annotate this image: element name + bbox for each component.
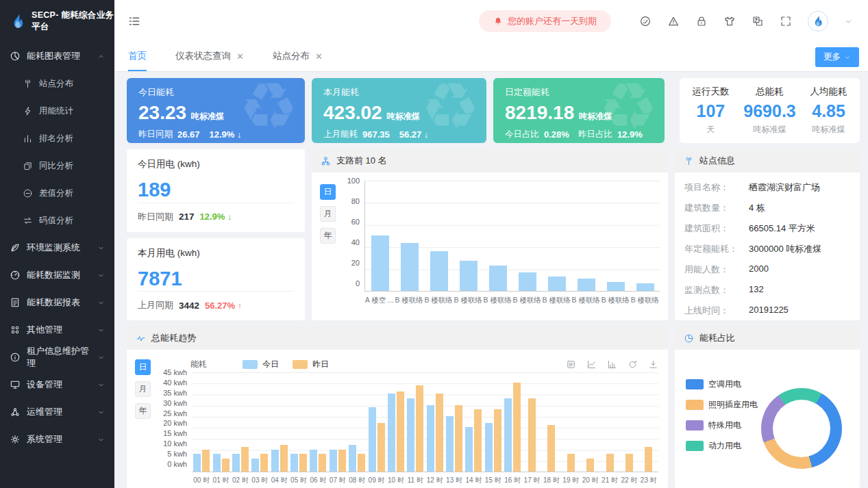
sidebar-group-2[interactable]: 能耗数据监测 [0, 261, 114, 289]
toolbox-barchart-icon[interactable] [607, 359, 617, 370]
bar [519, 272, 536, 292]
palette-icon[interactable] [639, 15, 652, 27]
sidebar-group-5[interactable]: 租户信息维护管理 [0, 344, 114, 371]
legend-item[interactable]: 空调用电 [686, 378, 758, 390]
toolbox-dataview-icon[interactable] [566, 359, 576, 370]
menu-unfold-icon[interactable] [127, 14, 141, 28]
bar [489, 266, 507, 291]
sidebar-group-1[interactable]: 环境监测系统 [0, 234, 114, 261]
legend-item[interactable]: 照明插座用电 [686, 399, 758, 411]
tab-2[interactable]: 站点分布✕ [273, 42, 323, 71]
bar-group [192, 372, 211, 472]
summary-stat-card: 运行天数 107 天 总能耗 9690.3 吨标准煤 人均能耗 4.85 吨标准… [680, 78, 860, 143]
panel-title: 本月用电 (kwh) [138, 247, 294, 259]
bar-group [464, 372, 483, 472]
sidebar-subitem-label: 同比分析 [39, 160, 73, 172]
tshirt-icon[interactable] [723, 15, 736, 27]
sidebar-group-label: 运维管理 [27, 406, 62, 418]
toolbox-linechart-icon[interactable] [586, 359, 597, 370]
sidebar-group-3[interactable]: 能耗数据报表 [0, 289, 114, 316]
sidebar-group-6[interactable]: 设备管理 [0, 371, 114, 398]
sidebar-subitem-label: 差值分析 [39, 188, 73, 199]
sidebar-group-0[interactable]: 能耗图表管理 [0, 42, 114, 70]
sidebar-group-4[interactable]: 其他管理 [0, 316, 114, 344]
legend-item[interactable]: 动力用电 [686, 440, 758, 452]
card-title: 日定额能耗 [505, 86, 653, 99]
lock-icon[interactable] [695, 15, 708, 27]
bar-group [231, 372, 250, 472]
close-tab-icon[interactable]: ✕ [315, 51, 323, 62]
period-toggle-月[interactable]: 月 [135, 381, 151, 397]
today-power-value: 189 [138, 179, 294, 201]
leaf-icon [10, 242, 21, 253]
close-tab-icon[interactable]: ✕ [236, 51, 244, 62]
sidebar-subitem-5[interactable]: 码值分析 [0, 207, 114, 234]
fullscreen-icon[interactable] [780, 15, 792, 27]
sidebar-subitem-0[interactable]: 站点分布 [0, 70, 114, 97]
chevron-icon [97, 53, 105, 60]
user-menu-caret-icon[interactable] [844, 17, 853, 26]
translate-icon[interactable] [752, 15, 764, 27]
card-value: 423.02 [323, 102, 382, 124]
avatar[interactable] [808, 11, 828, 31]
tab-0[interactable]: 首页 [128, 42, 147, 71]
site-info-row: 年定额能耗：3000000 吨标准煤 [684, 239, 850, 259]
trend-chart: 能耗 今日昨日 45 kwh40 kwh35 kwh30 kwh25 kwh20… [158, 356, 658, 488]
donut-chart-body: 空调用电照明插座用电特殊用电动力用电 [675, 350, 860, 488]
site-info-row: 监测点数：132 [684, 280, 850, 300]
sidebar-nav: 能耗图表管理站点分布用能统计排名分析同比分析差值分析码值分析环境监测系统能耗数据… [0, 42, 114, 453]
account-expire-notice[interactable]: 您的账户还有一天到期 [479, 10, 611, 32]
donut-chart [761, 388, 842, 469]
sidebar-subitem-3[interactable]: 同比分析 [0, 152, 114, 179]
tab-label: 仪表状态查询 [175, 50, 231, 62]
toolbox-refresh-icon[interactable] [628, 359, 638, 370]
notice-text: 您的账户还有一天到期 [508, 15, 597, 27]
energy-share-panel: 能耗占比 空调用电照明插座用电特殊用电动力用电 [675, 326, 860, 488]
stat-total-energy: 总能耗 9690.3 吨标准煤 [743, 86, 795, 136]
toolbox-download-icon[interactable] [648, 359, 658, 370]
card-unit: 吨标准煤 [387, 111, 420, 123]
topbar-icons [639, 15, 792, 27]
arrows-icon [23, 216, 33, 226]
more-button[interactable]: 更多 [815, 47, 859, 67]
sidebar-group-7[interactable]: 运维管理 [0, 398, 114, 426]
warning-icon[interactable] [667, 15, 680, 27]
sidebar-group-label: 设备管理 [27, 378, 62, 391]
period-toggle-月[interactable]: 月 [320, 206, 336, 222]
month-power-value: 7871 [138, 268, 294, 290]
sidebar-group-8[interactable]: 系统管理 [0, 426, 114, 453]
pulse-icon [136, 333, 146, 344]
bar-group [328, 372, 347, 472]
site-info-list: 项目名称：栖霞湖滨财富广场建筑数量：4 栋建筑面积：66505.14 平方米年定… [675, 172, 860, 320]
sidebar-subitem-label: 排名分析 [39, 133, 73, 144]
tab-1[interactable]: 仪表状态查询✕ [175, 42, 244, 71]
bar-group [211, 372, 230, 472]
legend-item[interactable]: 昨日 [293, 359, 329, 370]
legend-item[interactable]: 特殊用电 [686, 420, 758, 431]
cards-row: 今日能耗 23.23吨标准煤 昨日同期26.6712.9% ↓ ♻ 本月能耗 4… [127, 78, 860, 143]
bar-group [386, 372, 406, 472]
bar-group [639, 372, 658, 472]
branch-chart: 100806040200 A 楼空 ...B 楼联络B 楼联络B 楼联络B 楼联… [343, 181, 660, 318]
app-logo: SECP- 能耗综合业务平台 [0, 0, 114, 42]
period-toggle-年[interactable]: 年 [135, 403, 151, 419]
bar-group [289, 372, 308, 472]
sidebar-subitem-1[interactable]: 用能统计 [0, 97, 114, 125]
site-info-row: 项目名称：栖霞湖滨财富广场 [684, 177, 850, 198]
trend-legend: 今日昨日 [243, 359, 329, 370]
period-toggle-日[interactable]: 日 [320, 184, 336, 200]
bar [607, 282, 625, 291]
tab-label: 首页 [128, 50, 147, 62]
avatar-flame-icon [811, 14, 825, 28]
sidebar-subitem-4[interactable]: 差值分析 [0, 179, 114, 207]
period-toggle-日[interactable]: 日 [135, 359, 151, 375]
site-info-row: 用能人数：2000 [684, 259, 850, 280]
bar-group [270, 372, 289, 472]
bar-group [542, 372, 561, 472]
card-title: 本月能耗 [323, 86, 475, 99]
bar-group [522, 372, 541, 472]
period-toggle-年[interactable]: 年 [320, 228, 336, 244]
panel-header: 能耗占比 [675, 326, 860, 350]
sidebar-subitem-2[interactable]: 排名分析 [0, 125, 114, 152]
legend-item[interactable]: 今日 [243, 359, 279, 370]
